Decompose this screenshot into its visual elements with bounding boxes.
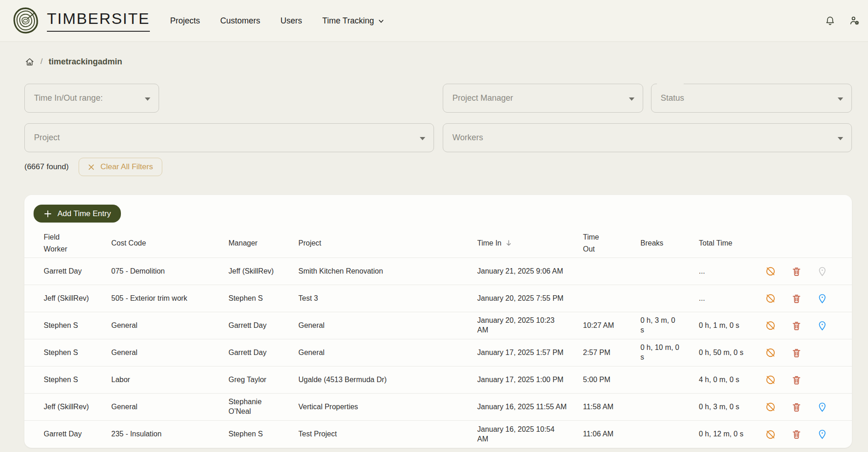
header-actions — [825, 15, 861, 26]
approval-blocked-icon[interactable] — [765, 266, 776, 277]
col-header-total-time: Total Time — [699, 237, 759, 249]
clear-all-filters-button[interactable]: Clear All Filters — [79, 158, 162, 176]
cell-total-time: 0 h, 1 m, 0 s — [699, 321, 759, 331]
project-manager-filter[interactable]: Project Manager — [443, 84, 643, 113]
cell-breaks: 0 h, 10 m, 0 s — [640, 343, 699, 362]
workers-filter-label: Workers — [452, 133, 483, 143]
time-entries-table: Field Worker Cost Code Manager Project T… — [24, 229, 852, 448]
cell-total-time: ... — [699, 267, 759, 276]
location-pin-icon[interactable] — [817, 402, 828, 412]
cell-cost-code: 235 - Insulation — [111, 429, 228, 439]
filters-section: Time In/Out range: Project Manager Statu… — [0, 84, 868, 176]
user-admin-icon[interactable] — [849, 15, 860, 26]
approval-blocked-icon[interactable] — [765, 347, 776, 358]
cell-actions — [759, 429, 841, 440]
cell-manager: Stephanie O’Neal — [228, 397, 298, 417]
breadcrumb: / timetrackingadmin — [0, 42, 868, 67]
cell-time-out — [583, 294, 640, 303]
location-pin-icon[interactable] — [817, 429, 828, 440]
table-row: Garrett Day 235 - Insulation Stephen S T… — [24, 421, 852, 448]
notifications-bell-icon[interactable] — [825, 16, 835, 26]
location-pin-icon[interactable] — [817, 320, 828, 331]
nav-customers-label: Customers — [220, 16, 260, 26]
cell-manager: Garrett Day — [228, 321, 298, 331]
cell-field-worker: Garrett Day — [44, 429, 111, 439]
home-icon[interactable] — [25, 57, 34, 67]
cell-total-time: 0 h, 50 m, 0 s — [699, 348, 759, 358]
sort-desc-arrow-icon — [505, 239, 513, 247]
table-row: Garrett Day 075 - Demolition Jeff (Skill… — [24, 258, 852, 285]
delete-icon[interactable] — [791, 266, 802, 277]
dropdown-arrow-icon — [629, 97, 634, 101]
brand-logo[interactable]: TIMBERSITE — [11, 6, 150, 35]
table-row: Stephen S Labor Greg Taylor Ugalde (4513… — [24, 366, 852, 394]
nav-projects[interactable]: Projects — [170, 16, 200, 26]
cell-field-worker: Garrett Day — [44, 267, 111, 276]
nav-customers[interactable]: Customers — [220, 16, 260, 26]
delete-icon[interactable] — [791, 293, 802, 304]
project-filter-label: Project — [34, 133, 60, 143]
nav-users[interactable]: Users — [280, 16, 302, 26]
project-filter[interactable]: Project — [24, 123, 434, 152]
delete-icon[interactable] — [791, 375, 802, 385]
cell-total-time: 0 h, 3 m, 0 s — [699, 402, 759, 412]
nav-time-tracking[interactable]: Time Tracking — [322, 16, 384, 26]
cell-total-time: ... — [699, 294, 759, 303]
close-icon — [88, 164, 95, 171]
cell-actions — [759, 401, 841, 412]
approval-blocked-icon[interactable] — [765, 293, 776, 304]
cell-time-in: January 20, 2025 10:23 AM — [477, 316, 583, 335]
approval-blocked-icon[interactable] — [765, 374, 776, 385]
app-header: TIMBERSITE Projects Customers Users Time… — [0, 0, 868, 42]
location-pin-icon[interactable] — [817, 266, 828, 277]
workers-filter[interactable]: Workers — [443, 123, 852, 152]
cell-time-out: 11:06 AM — [583, 429, 640, 439]
cell-manager: Jeff (SkillRev) — [228, 267, 298, 276]
table-body: Garrett Day 075 - Demolition Jeff (Skill… — [24, 258, 852, 448]
col-header-breaks: Breaks — [640, 237, 699, 249]
col-header-manager: Manager — [228, 237, 298, 249]
results-count: (6667 found) — [24, 162, 69, 172]
nav-users-label: Users — [280, 16, 302, 26]
time-entries-card: Add Time Entry Field Worker Cost Code Ma… — [24, 195, 852, 448]
location-pin-icon[interactable] — [817, 293, 828, 304]
cell-time-out: 2:57 PM — [583, 348, 640, 358]
cell-cost-code: General — [111, 348, 228, 358]
cell-breaks — [640, 294, 699, 303]
project-manager-filter-label: Project Manager — [452, 93, 513, 103]
cell-time-out: 10:27 AM — [583, 321, 640, 331]
col-header-time-in[interactable]: Time In — [477, 237, 583, 249]
nav-time-tracking-label: Time Tracking — [322, 16, 374, 26]
cell-time-in: January 20, 2025 7:55 PM — [477, 294, 583, 303]
chevron-down-icon — [378, 18, 384, 24]
cell-time-in: January 21, 2025 9:06 AM — [477, 267, 583, 276]
approval-blocked-icon[interactable] — [765, 429, 776, 440]
cell-project: Vertical Properties — [298, 402, 477, 412]
delete-icon[interactable] — [791, 320, 802, 331]
table-row: Jeff (SkillRev) General Stephanie O’Neal… — [24, 394, 852, 421]
time-range-filter[interactable]: Time In/Out range: — [24, 84, 159, 113]
col-header-field-worker: Field Worker — [44, 231, 111, 256]
cell-time-out — [583, 267, 640, 276]
dropdown-arrow-icon — [838, 97, 843, 101]
status-filter-label: Status — [661, 93, 684, 103]
cell-time-in: January 16, 2025 10:54 AM — [477, 425, 583, 444]
delete-icon[interactable] — [791, 429, 802, 440]
main-nav: Projects Customers Users Time Tracking — [170, 16, 384, 26]
cell-manager: Garrett Day — [228, 348, 298, 358]
approval-blocked-icon[interactable] — [765, 401, 776, 412]
delete-icon[interactable] — [791, 402, 802, 412]
cell-field-worker: Stephen S — [44, 375, 111, 385]
table-header-row: Field Worker Cost Code Manager Project T… — [24, 229, 852, 258]
add-time-entry-button[interactable]: Add Time Entry — [34, 205, 121, 223]
breadcrumb-current-page: timetrackingadmin — [49, 57, 122, 67]
cell-field-worker: Stephen S — [44, 321, 111, 331]
brand-name: TIMBERSITE — [47, 10, 150, 32]
approval-blocked-icon[interactable] — [765, 320, 776, 331]
cell-actions — [759, 293, 841, 304]
cell-actions — [759, 347, 841, 358]
time-range-filter-label: Time In/Out range: — [34, 93, 103, 103]
cell-total-time: 4 h, 0 m, 0 s — [699, 375, 759, 385]
status-filter[interactable]: Status — [651, 84, 852, 113]
delete-icon[interactable] — [791, 348, 802, 358]
